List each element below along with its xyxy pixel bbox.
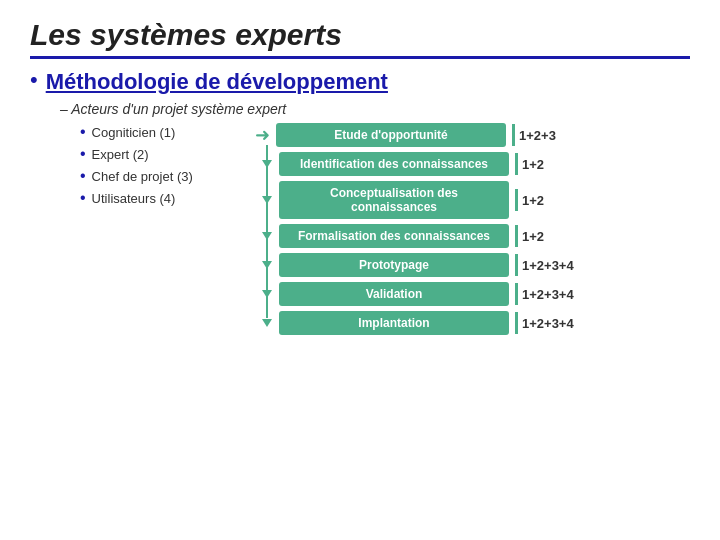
right-vbar-2 (515, 189, 518, 211)
right-bracket-2: 1+2 (515, 189, 544, 211)
right-label-2: 1+2 (522, 193, 544, 208)
sub-section: – Acteurs d'un projet système expert Cog… (60, 101, 690, 340)
flow-item-1: Identification des connaissances1+2 (255, 152, 544, 176)
content-area: Cogniticien (1)Expert (2)Chef de projet … (80, 123, 690, 340)
page-title: Les systèmes experts (30, 18, 690, 52)
flow-item-2: Conceptualisation des connaissances1+2 (255, 181, 544, 219)
right-bracket-3: 1+2 (515, 225, 544, 247)
flow-item-6: Implantation1+2+3+4 (255, 311, 574, 335)
actor-item-1: Expert (2) (80, 145, 255, 163)
arrow-col-6 (255, 319, 279, 327)
main-bullet-row: • Méthodologie de développement (30, 69, 690, 95)
right-vbar-0 (512, 124, 515, 146)
flow-box-2: Conceptualisation des connaissances (279, 181, 509, 219)
flow-box-3: Formalisation des connaissances (279, 224, 509, 248)
right-label-0: 1+2+3 (519, 128, 556, 143)
right-vbar-5 (515, 283, 518, 305)
flow-item-5: Validation1+2+3+4 (255, 282, 574, 306)
right-bracket-6: 1+2+3+4 (515, 312, 574, 334)
tri-down-icon-6 (262, 319, 272, 327)
sub-heading: – Acteurs d'un projet système expert (60, 101, 690, 117)
flow-box-0: Etude d'opportunité (276, 123, 506, 147)
right-bracket-5: 1+2+3+4 (515, 283, 574, 305)
main-bullet-dot: • (30, 67, 38, 93)
flow-item-4: Prototypage1+2+3+4 (255, 253, 574, 277)
actor-item-3: Utilisateurs (4) (80, 189, 255, 207)
methodology-title: Méthodologie de développement (46, 69, 388, 95)
page: Les systèmes experts • Méthodologie de d… (0, 0, 720, 540)
flow-item-0: ➜Etude d'opportunité1+2+3 (255, 123, 556, 147)
flow-vertical-connector (266, 145, 268, 318)
arrow-right-icon-0: ➜ (255, 124, 270, 146)
flow-box-6: Implantation (279, 311, 509, 335)
right-bracket-0: 1+2+3 (512, 124, 556, 146)
actors-list: Cogniticien (1)Expert (2)Chef de projet … (80, 123, 255, 340)
right-bracket-1: 1+2 (515, 153, 544, 175)
right-vbar-1 (515, 153, 518, 175)
right-label-1: 1+2 (522, 157, 544, 172)
right-vbar-3 (515, 225, 518, 247)
flow-box-5: Validation (279, 282, 509, 306)
flow-item-3: Formalisation des connaissances1+2 (255, 224, 544, 248)
right-label-4: 1+2+3+4 (522, 258, 574, 273)
flow-diagram: ➜Etude d'opportunité1+2+3Identification … (255, 123, 574, 340)
title-divider (30, 56, 690, 59)
flow-box-1: Identification des connaissances (279, 152, 509, 176)
flow-box-4: Prototypage (279, 253, 509, 277)
right-vbar-4 (515, 254, 518, 276)
actor-item-0: Cogniticien (1) (80, 123, 255, 141)
right-label-6: 1+2+3+4 (522, 316, 574, 331)
right-label-3: 1+2 (522, 229, 544, 244)
right-vbar-6 (515, 312, 518, 334)
right-label-5: 1+2+3+4 (522, 287, 574, 302)
right-bracket-4: 1+2+3+4 (515, 254, 574, 276)
actor-item-2: Chef de projet (3) (80, 167, 255, 185)
